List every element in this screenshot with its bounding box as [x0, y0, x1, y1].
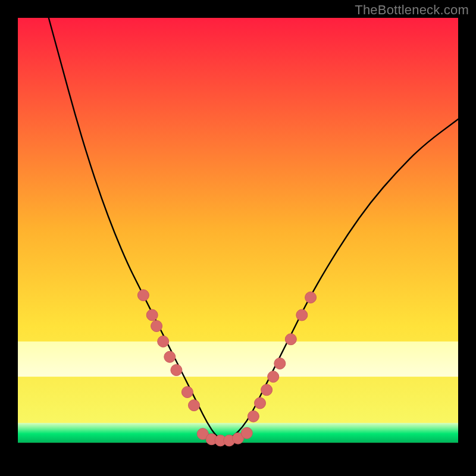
chart-svg: [0, 0, 476, 476]
curve-marker: [248, 411, 259, 422]
pale-yellow-band: [18, 342, 458, 377]
curve-marker: [171, 365, 182, 376]
curve-marker: [164, 351, 176, 362]
chart-stage: { "watermark": "TheBottleneck.com", "col…: [0, 0, 476, 476]
bottom-black-strip: [18, 443, 458, 458]
curve-marker: [151, 321, 162, 332]
curve-marker: [158, 336, 169, 347]
curve-marker: [241, 427, 252, 439]
curve-marker: [189, 400, 200, 411]
curve-marker: [274, 358, 286, 369]
curve-marker: [181, 387, 193, 398]
curve-marker: [146, 309, 158, 321]
curve-marker: [255, 397, 266, 409]
plot-gradient-bg: [18, 18, 458, 458]
curve-marker: [261, 384, 273, 396]
curve-marker: [296, 309, 308, 321]
watermark-text: TheBottleneck.com: [355, 2, 469, 18]
curve-marker: [305, 292, 317, 303]
curve-marker: [137, 290, 149, 301]
curve-marker: [285, 334, 296, 345]
curve-marker: [268, 371, 279, 383]
